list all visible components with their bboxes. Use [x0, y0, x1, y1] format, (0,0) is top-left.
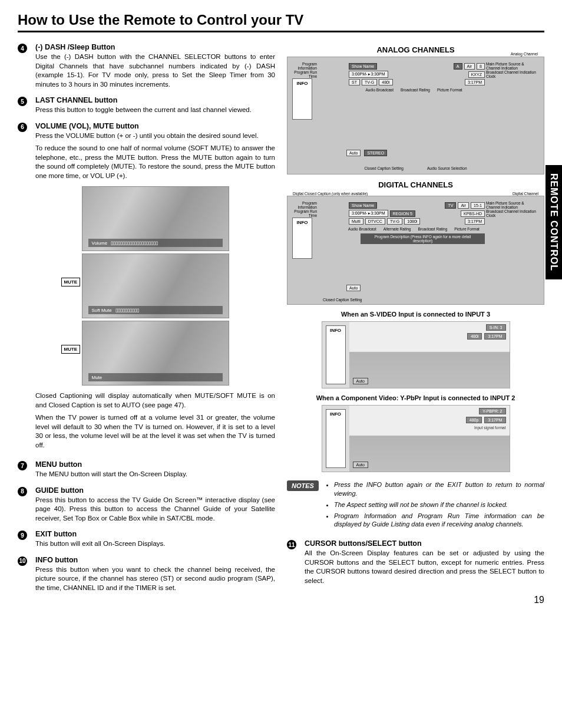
digital-tvg: TV-G — [387, 218, 402, 225]
component-label: Y-PBPR: 2 — [479, 408, 505, 414]
item-6-p1: Press the VOLUME button (+ or -) until y… — [35, 131, 275, 141]
analog-title: ANALOG CHANNELS — [287, 45, 544, 54]
digital-show: Show Name — [349, 202, 377, 209]
item-8: 8 GUIDE button Press this button to acce… — [18, 486, 275, 523]
item-5: 5 LAST CHANNEL button Press this button … — [18, 96, 275, 115]
svideo-diagram: INFO S-IN: 3 480i 3:17PM Auto — [322, 321, 510, 388]
bullet-7: 7 — [18, 461, 27, 470]
svideo-fmt: 480i — [467, 333, 482, 340]
bullet-9: 9 — [18, 531, 27, 540]
bar-softmute-label: Soft Mute — [92, 308, 112, 313]
bullet-5: 5 — [18, 97, 27, 106]
item-6: 6 VOLUME (VOL), MUTE button Press the VO… — [18, 122, 275, 454]
item-8-text: Press this button to access the TV Guide… — [35, 496, 275, 523]
analog-left-callout: Program Information Program Run Time — [292, 62, 317, 79]
content-columns: 4 (-) DASH /Sleep Button Use the (-) DAS… — [18, 43, 544, 599]
analog-kxyz: KXYZ — [468, 71, 485, 78]
analog-time: 3:00PM- ▸3:30PM — [349, 71, 388, 78]
item-4-title: (-) DASH /Sleep Button — [35, 43, 275, 51]
item-6-p2: To reduce the sound to one half of norma… — [35, 144, 275, 180]
item-8-title: GUIDE button — [35, 486, 275, 495]
mute-tag-2: MUTE — [61, 345, 81, 354]
analog-below-1: Audio Broadcast — [365, 88, 394, 92]
analog-right-callout: Main Picture Source & Channel Indication… — [486, 62, 539, 79]
mute-tag-1: MUTE — [61, 278, 81, 286]
digital-tv: TV — [445, 202, 456, 209]
digital-region: REGION 5 — [390, 210, 415, 217]
analog-a: A — [454, 63, 462, 70]
analog-auto: Auto — [346, 150, 361, 156]
item-7-title: MENU button — [35, 460, 275, 469]
analog-ch: 8 — [477, 63, 485, 70]
component-fmt: 480p — [466, 417, 482, 423]
svideo-auto: Auto — [353, 378, 368, 384]
digital-clock: 3:17PM — [465, 218, 485, 225]
bullet-6: 6 — [18, 123, 27, 132]
digital-kpbs: KPBS-HD — [461, 210, 485, 217]
analog-tvg: TV-G — [362, 79, 377, 85]
item-7-text: The MENU button will start the On-Screen… — [35, 470, 275, 479]
digital-right-callout: Main Picture Source & Channel Indication… — [486, 201, 539, 218]
item-11-text: All the On-Screen Display features can b… — [305, 549, 544, 585]
analog-clock: 3:17PM — [465, 79, 485, 85]
item-10-text: Press this button when you want to check… — [35, 565, 275, 593]
digital-below-4: Picture Format — [454, 227, 480, 231]
svideo-label: S-IN: 3 — [486, 324, 506, 331]
illus-mute: MUTE Mute — [82, 321, 229, 386]
digital-below-2: Alternate Rating — [384, 227, 411, 231]
digital-air: Air — [458, 202, 469, 209]
item-9: 9 EXIT button This button will exit all … — [18, 530, 275, 549]
digital-below-1: Audio Broadcast — [348, 227, 376, 231]
component-signal: Input signal format — [474, 426, 505, 430]
page-title: How to Use the Remote to Control your TV — [18, 12, 544, 32]
item-4-text: Use the (-) DASH button with the CHANNEL… — [35, 52, 275, 89]
analog-air: Air — [464, 63, 475, 70]
component-auto: Auto — [353, 462, 368, 468]
digital-auto: Auto — [346, 285, 361, 291]
bar-volume-label: Volume — [92, 241, 108, 246]
svideo-clock: 3:17PM — [484, 333, 505, 340]
item-10-title: INFO button — [35, 556, 275, 564]
notes-badge: NOTES — [287, 480, 319, 491]
analog-info-box: INFO — [292, 78, 312, 120]
analog-below-3: Picture Format — [437, 88, 462, 92]
illus-softmute: MUTE Soft Mute▯▯▯▯▯▯▯▯▯▯ — [82, 253, 229, 318]
mute-illustrations: Volume▯▯▯▯▯▯▯▯▯▯▯▯▯▯▯▯▯▯▯▯ MUTE Soft Mut… — [35, 186, 275, 386]
svideo-info: INFO — [326, 325, 346, 384]
illus-volume: Volume▯▯▯▯▯▯▯▯▯▯▯▯▯▯▯▯▯▯▯▯ — [82, 186, 229, 251]
analog-480i: 480i — [379, 79, 392, 85]
digital-1080i: 1080i — [404, 218, 420, 225]
component-clock: 3:17PM — [484, 417, 505, 423]
component-scene: Y-PBPR: 2 480p 3:17PM Input signal forma… — [349, 406, 510, 472]
component-diagram: INFO Y-PBPR: 2 480p 3:17PM Input signal … — [322, 405, 510, 472]
digital-ch: 15-1 — [471, 202, 485, 209]
item-5-text: Press this button to toggle between the … — [35, 106, 275, 115]
component-heading: When a Component Video: Y-PbPr Input is … — [287, 394, 544, 401]
analog-bottom-1: Closed Caption Setting — [364, 166, 404, 170]
digital-info-box: INFO — [292, 218, 312, 259]
svideo-heading: When an S-VIDEO Input is connected to IN… — [287, 311, 544, 318]
item-7: 7 MENU button The MENU button will start… — [18, 460, 275, 479]
left-column: 4 (-) DASH /Sleep Button Use the (-) DAS… — [18, 43, 275, 599]
digital-multi: Multi — [349, 218, 363, 225]
item-11-title: CURSOR buttons/SELECT button — [305, 539, 544, 548]
digital-below-3: Broadcast Rating — [418, 227, 447, 231]
digital-prog-desc: Program Description (Press INFO again fo… — [361, 233, 485, 244]
item-4: 4 (-) DASH /Sleep Button Use the (-) DAS… — [18, 43, 275, 89]
svideo-scene: S-IN: 3 480i 3:17PM Auto — [349, 322, 510, 388]
digital-sub-right: Digital Channel — [513, 192, 538, 196]
analog-show: Show Name — [349, 63, 377, 70]
item-11: 11 CURSOR buttons/SELECT button All the … — [287, 539, 544, 585]
item-5-title: LAST CHANNEL button — [35, 96, 275, 104]
notes-block: NOTES Press the INFO button again or the… — [287, 480, 544, 531]
analog-top-right-label: Analog Channel — [511, 52, 538, 56]
digital-sub-left: Digital Closed Caption (only when availa… — [293, 192, 368, 196]
digital-left-callout: Program Information Program Run Time — [292, 201, 317, 218]
bullet-8: 8 — [18, 487, 27, 496]
note-2: The Aspect setting will not be shown if … — [334, 500, 544, 509]
analog-st: ST — [349, 79, 360, 85]
item-6-p4: When the TV power is turned off at a vol… — [35, 413, 275, 450]
bar-mute-label: Mute — [92, 375, 103, 380]
item-9-title: EXIT button — [35, 530, 275, 538]
digital-time: 3:00PM- ▸3:30PM — [349, 210, 388, 217]
